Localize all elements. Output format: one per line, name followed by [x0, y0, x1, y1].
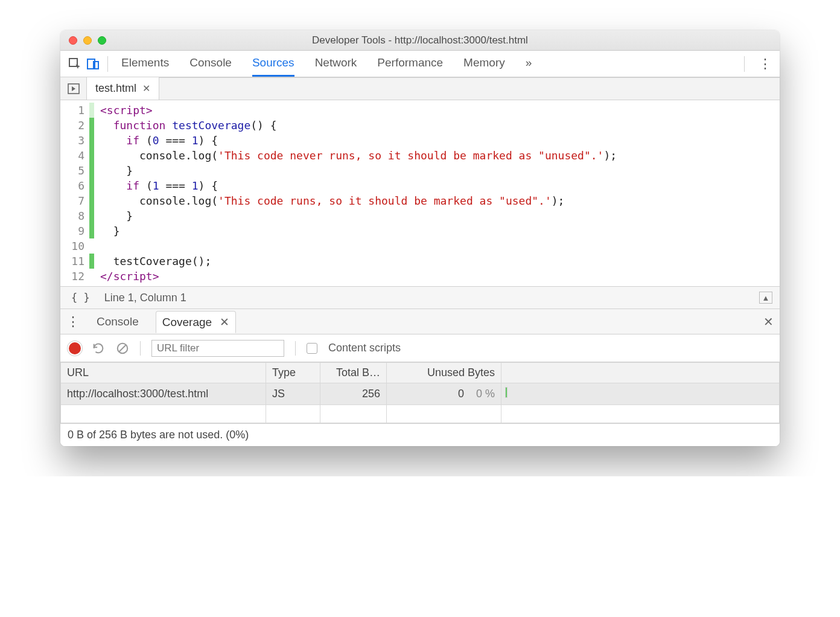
content-scripts-checkbox[interactable]: [307, 343, 317, 354]
tab-memory[interactable]: Memory: [463, 51, 505, 77]
svg-line-5: [119, 345, 126, 351]
tabs-overflow[interactable]: »: [526, 51, 532, 77]
col-unused-bytes[interactable]: Unused Bytes: [387, 363, 501, 383]
tab-network[interactable]: Network: [315, 51, 357, 77]
table-row[interactable]: http://localhost:3000/test.html JS 256 0…: [61, 383, 780, 405]
content-scripts-label: Content scripts: [328, 342, 401, 354]
col-url[interactable]: URL: [61, 363, 266, 383]
source-editor[interactable]: 123456789101112 <script> function testCo…: [60, 100, 780, 286]
settings-menu-icon[interactable]: ⋮: [758, 57, 772, 71]
coverage-table: URL Type Total B… Unused Bytes http://lo…: [60, 362, 780, 423]
close-icon[interactable]: ✕: [142, 83, 150, 94]
col-usage-visualization[interactable]: [501, 363, 780, 383]
tab-performance[interactable]: Performance: [377, 51, 443, 77]
pretty-print-button[interactable]: { }: [68, 290, 94, 305]
code-content[interactable]: <script> function testCoverage() { if (0…: [94, 100, 617, 286]
drawer-tab-coverage-label: Coverage: [162, 316, 212, 328]
cell-unused: 0 0 %: [387, 383, 501, 405]
main-toolbar: Elements Console Sources Network Perform…: [60, 51, 780, 77]
table-row: [61, 405, 780, 423]
source-file-tabs: test.html ✕: [60, 77, 780, 100]
record-button[interactable]: [69, 342, 81, 354]
cell-total: 256: [320, 383, 387, 405]
coverage-toolbar: Content scripts: [60, 334, 780, 362]
tab-elements[interactable]: Elements: [121, 51, 169, 77]
collapse-drawer-icon[interactable]: ▲: [759, 292, 772, 304]
close-drawer-icon[interactable]: ✕: [763, 315, 774, 329]
table-header-row: URL Type Total B… Unused Bytes: [61, 363, 780, 383]
close-icon[interactable]: ✕: [220, 316, 229, 328]
cursor-position: Line 1, Column 1: [104, 292, 186, 304]
drawer-tab-console[interactable]: Console: [91, 312, 145, 332]
window-title: Developer Tools - http://localhost:3000/…: [60, 34, 780, 46]
cell-url: http://localhost:3000/test.html: [61, 383, 266, 405]
file-tab-label: test.html: [95, 82, 136, 95]
coverage-summary: 0 B of 256 B bytes are not used. (0%): [60, 423, 780, 446]
device-toolbar-icon[interactable]: [86, 57, 100, 71]
titlebar: Developer Tools - http://localhost:3000/…: [60, 30, 780, 51]
drawer-tabs: ⋮ Console Coverage ✕ ✕: [60, 309, 780, 334]
reload-icon[interactable]: [92, 342, 105, 355]
line-gutter: 123456789101112: [60, 100, 94, 286]
devtools-window: Developer Tools - http://localhost:3000/…: [60, 30, 780, 446]
show-navigator-icon[interactable]: [60, 77, 87, 100]
inspect-element-icon[interactable]: [68, 57, 82, 71]
file-tab-test-html[interactable]: test.html ✕: [87, 77, 159, 100]
drawer-tab-coverage[interactable]: Coverage ✕: [156, 311, 237, 333]
url-filter-input[interactable]: [151, 340, 284, 357]
tab-console[interactable]: Console: [189, 51, 232, 77]
editor-status-bar: { } Line 1, Column 1 ▲: [60, 286, 780, 309]
col-total-bytes[interactable]: Total B…: [320, 363, 387, 383]
cell-type: JS: [266, 383, 320, 405]
tab-sources[interactable]: Sources: [252, 51, 294, 77]
panel-tabs: Elements Console Sources Network Perform…: [121, 51, 532, 77]
cell-usage-bar: [501, 383, 780, 405]
clear-icon[interactable]: [116, 342, 129, 355]
col-type[interactable]: Type: [266, 363, 320, 383]
